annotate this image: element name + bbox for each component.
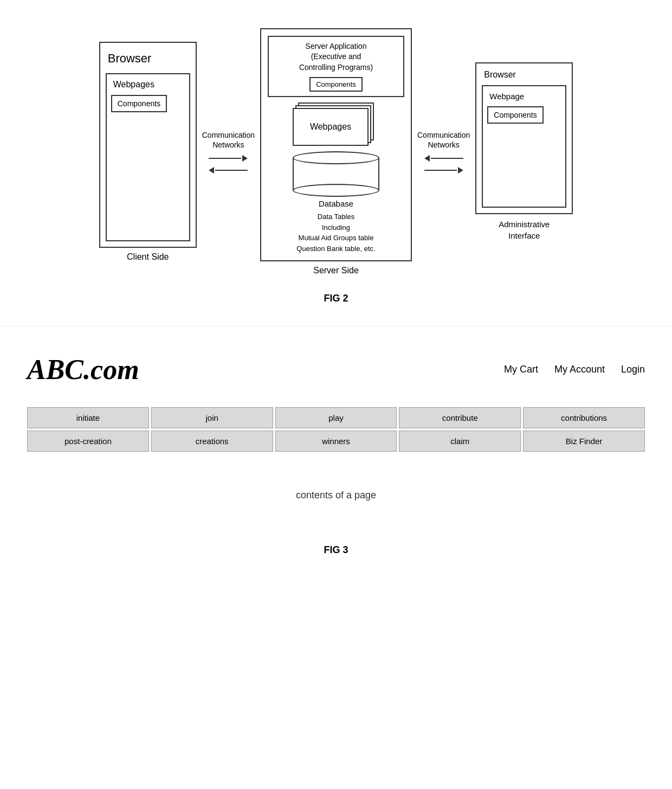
db-label: Database <box>319 199 353 208</box>
arrowhead-left-2 <box>424 155 430 162</box>
client-side-group: Browser Webpages Components Client Side <box>99 42 197 262</box>
fig2-caption: FIG 2 <box>16 293 656 304</box>
client-inner-box: Webpages Components <box>106 73 190 241</box>
arrowhead-right-1 <box>242 155 248 162</box>
login-link[interactable]: Login <box>621 364 645 375</box>
nav-btn-contribute[interactable]: contribute <box>399 407 521 428</box>
brand-logo: ABC.com <box>27 354 139 386</box>
admin-components-box: Components <box>487 106 543 124</box>
db-bottom <box>293 184 379 197</box>
admin-webpage-label: Webpage <box>487 91 561 102</box>
server-app-box: Server Application(Executive andControll… <box>268 36 404 98</box>
client-components-box: Components <box>111 95 167 112</box>
client-browser-label: Browser <box>106 48 190 69</box>
fig3-section: ABC.com My Cart My Account Login initiat… <box>0 326 672 578</box>
webpage-header: ABC.com My Cart My Account Login <box>16 348 656 391</box>
nav-btn-initiate[interactable]: initiate <box>27 407 149 428</box>
my-account-link[interactable]: My Account <box>554 364 605 375</box>
server-webpages-label: Webpages <box>310 122 351 132</box>
comm-networks-right-label: CommunicationNetworks <box>417 130 470 150</box>
arrowhead-left-1 <box>209 167 214 174</box>
stack-front: Webpages <box>293 108 369 146</box>
client-webpages-label: Webpages <box>111 79 185 91</box>
arrow-line-1 <box>209 158 241 159</box>
admin-interface-label: AdministrativeInterface <box>499 219 550 241</box>
server-app-title: Server Application(Executive andControll… <box>273 41 399 73</box>
admin-inner-box: Webpage Components <box>482 85 566 208</box>
nav-btn-contributions[interactable]: contributions <box>523 407 645 428</box>
arrowhead-right-2 <box>458 167 463 174</box>
page-contents-label: contents of a page <box>16 468 656 523</box>
db-sublabel: Data TablesIncludingMutual Aid Groups ta… <box>296 211 375 254</box>
nav-btn-creations[interactable]: creations <box>151 431 273 452</box>
arrow-line-4 <box>424 170 457 171</box>
client-components-label: Components <box>118 99 160 108</box>
admin-components-label: Components <box>494 111 537 119</box>
admin-side-group: Browser Webpage Components Administrativ… <box>475 62 573 241</box>
my-cart-link[interactable]: My Cart <box>504 364 538 375</box>
left-arrow-area: CommunicationNetworks <box>197 98 260 206</box>
arrow-left-2 <box>424 155 463 162</box>
right-arrow-area: CommunicationNetworks <box>412 98 475 206</box>
admin-browser-label: Browser <box>482 69 566 81</box>
diagram-container: Browser Webpages Components Client Side … <box>16 22 656 282</box>
nav-btn-claim[interactable]: claim <box>399 431 521 452</box>
nav-btn-post-creation[interactable]: post-creation <box>27 431 149 452</box>
nav-btn-play[interactable]: play <box>275 407 397 428</box>
nav-btn-biz-finder[interactable]: Biz Finder <box>523 431 645 452</box>
comm-networks-left-label: CommunicationNetworks <box>202 130 255 150</box>
fig3-caption: FIG 3 <box>16 544 656 567</box>
server-outer-box: Server Application(Executive andControll… <box>260 28 412 262</box>
nav-btn-join[interactable]: join <box>151 407 273 428</box>
header-nav: My Cart My Account Login <box>504 364 645 375</box>
database-area: Database Data TablesIncludingMutual Aid … <box>268 151 404 254</box>
fig2-section: Browser Webpages Components Client Side … <box>0 0 672 315</box>
nav-grid: initiate join play contribute contributi… <box>16 402 656 457</box>
arrow-right-1 <box>209 155 248 162</box>
client-outer-box: Browser Webpages Components <box>99 42 197 248</box>
arrow-left-1 <box>209 167 248 174</box>
nav-btn-winners[interactable]: winners <box>275 431 397 452</box>
admin-outer-box: Browser Webpage Components <box>475 62 573 214</box>
server-side-label: Server Side <box>313 266 359 275</box>
server-app-components: Components <box>309 77 363 92</box>
arrow-line-2 <box>215 170 248 171</box>
arrow-line-3 <box>431 158 463 159</box>
arrow-right-2 <box>424 167 463 174</box>
db-cylinder <box>293 151 379 197</box>
server-side-group: Server Application(Executive andControll… <box>260 28 412 276</box>
client-side-label: Client Side <box>127 252 169 262</box>
server-webpages-stack: Webpages <box>293 102 379 146</box>
